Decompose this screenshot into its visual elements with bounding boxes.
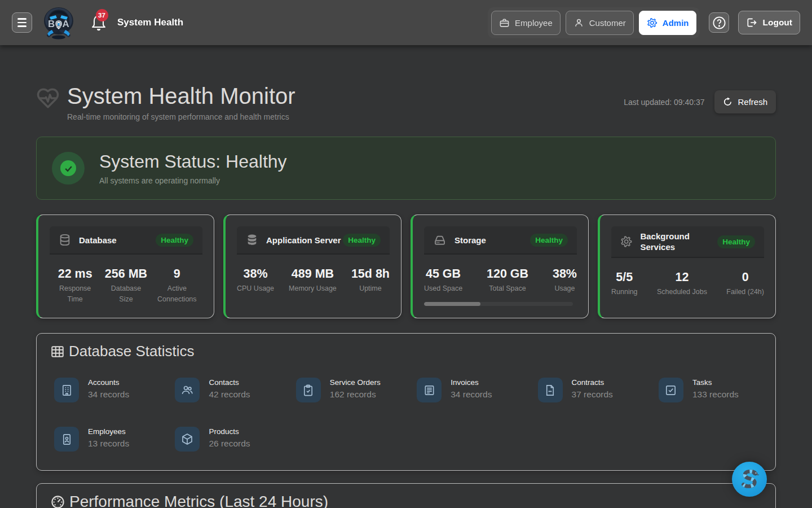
svg-text:BOA: BOA bbox=[48, 19, 69, 29]
